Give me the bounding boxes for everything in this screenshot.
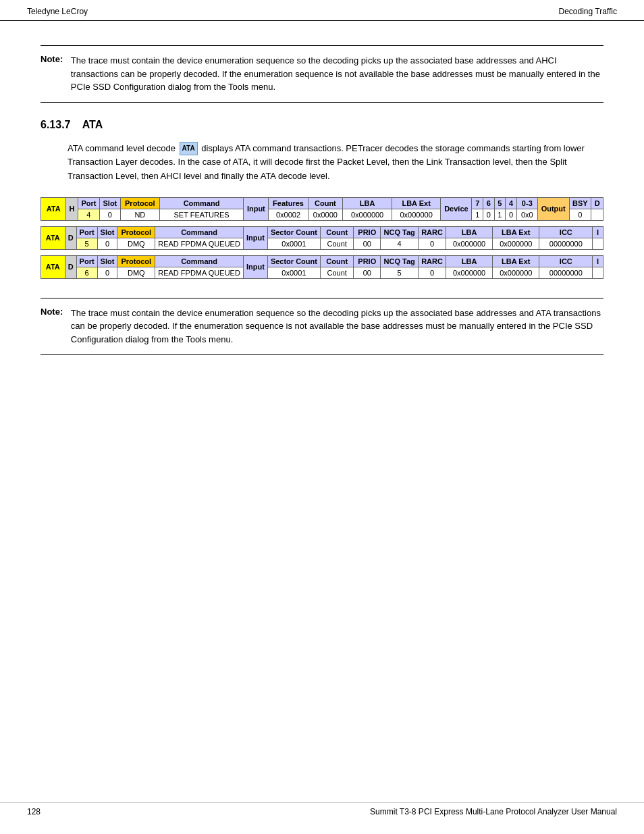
header-left: Teledyne LeCroy [27, 7, 88, 16]
t1-features-val: 0x0002 [269, 209, 308, 220]
t2-icc-val: 00000000 [539, 238, 593, 249]
t3-lba-header: LBA [446, 255, 492, 267]
t1-bit6-val: 0 [483, 209, 495, 220]
t1-bsy-val: 0 [569, 209, 591, 220]
t1-command-val: SET FEATURES [159, 209, 243, 220]
t2-lba-header: LBA [446, 226, 492, 238]
t1-lba-val: 0x000000 [343, 209, 392, 220]
t2-port-val: 0 [97, 238, 117, 249]
t1-ata-label: ATA [41, 197, 66, 220]
t1-bit5-val: 1 [494, 209, 506, 220]
t1-command-header: Command [159, 197, 243, 209]
t2-command-val: READ FPDMA QUEUED [155, 238, 244, 249]
body-text-part1: ATA command level decode [68, 143, 178, 153]
t1-bsy-header: BSY [569, 197, 591, 209]
t2-ncqtag-header: NCQ Tag [381, 226, 419, 238]
t3-sectorcount-header: Sector Count [267, 255, 320, 267]
t3-port-val: 0 [97, 267, 117, 278]
ata-badge-inline: ATA [180, 142, 198, 155]
t3-ncqtag-val: 5 [381, 267, 419, 278]
t1-input-header: Input [244, 197, 269, 220]
t2-input-header: Input [243, 226, 267, 249]
t2-sectorcount-header: Sector Count [267, 226, 320, 238]
t2-prio-header: PRIO [354, 226, 381, 238]
t1-bit03-val: 0x0 [516, 209, 537, 220]
t3-lbaext-header: LBA Ext [493, 255, 539, 267]
t3-sectorcount-val: 0x0001 [267, 267, 320, 278]
t3-icc-header: ICC [539, 255, 593, 267]
t2-command-header: Command [155, 226, 244, 238]
footer-page-number: 128 [27, 807, 41, 816]
t2-ncqtag-val: 4 [381, 238, 419, 249]
t2-sectorcount-val: 0x0001 [267, 238, 320, 249]
main-content: Note: The trace must contain the device … [0, 21, 644, 379]
t1-port-val: 0 [99, 209, 120, 220]
t2-lbaext-val: 0x000000 [493, 238, 539, 249]
t1-bit5-header: 5 [494, 197, 506, 209]
t1-bit6-header: 6 [483, 197, 495, 209]
t2-rarc-header: RARC [419, 226, 446, 238]
t3-d-marker: D [65, 255, 76, 278]
t3-ata-label: ATA [41, 255, 65, 278]
t3-extra-val [593, 267, 603, 278]
t1-bit4-val: 0 [506, 209, 517, 220]
t1-device-header: Device [441, 197, 472, 220]
note-label-1: Note: [41, 54, 63, 64]
t2-rarc-val: 0 [419, 238, 446, 249]
t1-extra-header: D [591, 197, 603, 209]
t2-row-num: 5 [76, 238, 97, 249]
t2-count-header: Count [320, 226, 353, 238]
t2-d-marker: D [65, 226, 76, 249]
t1-lbaext-val: 0x000000 [392, 209, 441, 220]
t2-prio-val: 00 [354, 238, 381, 249]
t3-protocol-header: Protocol [117, 255, 155, 267]
t2-protocol-header: Protocol [117, 226, 155, 238]
t1-features-header: Features [269, 197, 308, 209]
section-title: ATA [82, 119, 103, 130]
note-box-1: Note: The trace must contain the device … [41, 45, 603, 103]
t1-slot-header: Slot [99, 197, 120, 209]
t1-protocol-header: Protocol [120, 197, 159, 209]
t2-protocol-val: DMQ [117, 238, 155, 249]
t3-command-val: READ FPDMA QUEUED [155, 267, 244, 278]
t1-bit7-header: 7 [472, 197, 483, 209]
t3-ncqtag-header: NCQ Tag [381, 255, 419, 267]
t1-h-marker: H [66, 197, 78, 220]
t1-lba-header: LBA [343, 197, 392, 209]
table3-header-row: ATA D Port Slot Protocol Command Input S… [41, 255, 603, 267]
t2-slot-header: Slot [97, 226, 117, 238]
t1-bit7-val: 1 [472, 209, 483, 220]
header-right: Decoding Traffic [559, 7, 618, 16]
table1-header-row: ATA H Port Slot Protocol Command Input F… [41, 197, 603, 209]
t3-protocol-val: DMQ [117, 267, 155, 278]
t2-lba-val: 0x000000 [446, 238, 492, 249]
section-number: 6.13.7 [41, 119, 70, 130]
t3-count-header: Count [320, 255, 353, 267]
t3-row-num: 6 [76, 267, 97, 278]
decode-table-1: ATA H Port Slot Protocol Command Input F… [41, 197, 603, 221]
t3-lba-val: 0x000000 [446, 267, 492, 278]
table2-data-row: 5 0 DMQ READ FPDMA QUEUED 0x0001 Count 0… [41, 238, 603, 249]
t2-extra-header: I [593, 226, 603, 238]
t3-input-header: Input [243, 255, 267, 278]
note-text-1: The trace must contain the device enumer… [71, 54, 603, 94]
t3-count-val: Count [320, 267, 353, 278]
t3-extra-header: I [593, 255, 603, 267]
body-paragraph: ATA command level decode ATA displays AT… [68, 142, 603, 184]
note-text-2: The trace must contain the device enumer… [71, 307, 603, 346]
t3-lbaext-val: 0x000000 [493, 267, 539, 278]
t3-slot-header: Slot [97, 255, 117, 267]
page-footer: 128 Summit T3-8 PCI Express Multi-Lane P… [0, 802, 644, 820]
t2-port-header: Port [76, 226, 97, 238]
table3-data-row: 6 0 DMQ READ FPDMA QUEUED 0x0001 Count 0… [41, 267, 603, 278]
t1-extra-val [591, 209, 603, 220]
t2-count-val: Count [320, 238, 353, 249]
t1-count-val: 0x0000 [308, 209, 343, 220]
t3-prio-val: 00 [354, 267, 381, 278]
t2-ata-label: ATA [41, 226, 65, 249]
decode-table-2: ATA D Port Slot Protocol Command Input S… [41, 226, 603, 250]
decode-table-3: ATA D Port Slot Protocol Command Input S… [41, 255, 603, 279]
t1-bit03-header: 0-3 [516, 197, 537, 209]
decode-group-2: ATA D Port Slot Protocol Command Input S… [41, 226, 603, 250]
t3-rarc-header: RARC [419, 255, 446, 267]
